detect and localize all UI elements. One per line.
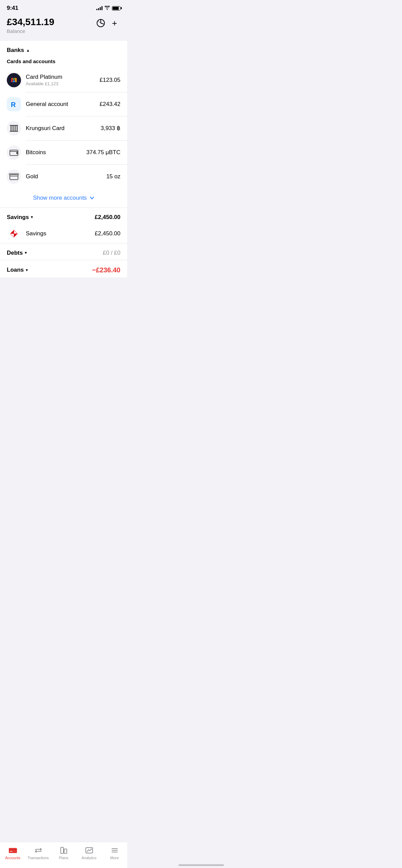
account-name: Bitcoins <box>26 149 81 156</box>
list-item[interactable]: Savings £2,450.00 <box>0 224 127 243</box>
signal-icon <box>96 6 102 10</box>
account-info: Krungsuri Card <box>26 125 96 132</box>
savings-title[interactable]: Savings <box>7 214 33 221</box>
list-item[interactable]: M Card Platinum Available £1,123 £123.05 <box>0 68 127 92</box>
account-name: Krungsuri Card <box>26 125 96 132</box>
savings-amount: £2,450.00 <box>95 214 120 221</box>
account-name: Gold <box>26 173 101 180</box>
battery-icon <box>112 6 120 11</box>
svg-rect-22 <box>7 169 21 184</box>
main-content: Banks Cards and accounts M <box>0 41 127 311</box>
status-bar: 9:41 <box>0 0 127 14</box>
svg-rect-6 <box>16 78 17 82</box>
status-time: 9:41 <box>7 5 18 12</box>
list-item[interactable]: Bitcoins 374.75 μBTC <box>0 141 127 164</box>
banks-chevron <box>26 48 30 52</box>
monzo-icon: M <box>9 75 19 85</box>
svg-rect-17 <box>17 126 18 131</box>
savings-header: Savings £2,450.00 <box>0 208 127 224</box>
svg-rect-12 <box>10 131 18 132</box>
account-info: Card Platinum Available £1,123 <box>26 74 95 86</box>
wallet-icon-wrap <box>7 145 21 160</box>
account-balance: £123.05 <box>100 77 120 84</box>
savings-chevron <box>31 215 33 219</box>
show-more-label: Show more accounts <box>33 195 87 201</box>
svg-rect-15 <box>13 126 14 131</box>
loans-chevron <box>26 268 28 272</box>
svg-rect-11 <box>7 121 21 135</box>
banks-header: Banks <box>0 41 127 57</box>
debts-chevron <box>25 251 27 255</box>
account-balance: 374.75 μBTC <box>86 149 120 156</box>
svg-rect-5 <box>11 78 13 82</box>
banks-title[interactable]: Banks <box>7 47 30 54</box>
account-balance: 15 oz <box>106 173 120 180</box>
cards-accounts-label: Cards and accounts <box>0 57 127 68</box>
wallet-icon <box>7 145 21 160</box>
loans-title[interactable]: Loans <box>7 267 28 273</box>
debts-amount: £0 / £0 <box>103 250 120 256</box>
plus-icon: + <box>112 19 120 28</box>
chevron-down-icon <box>90 196 94 200</box>
account-info: General account <box>26 101 95 108</box>
svg-rect-21 <box>16 152 18 154</box>
list-item[interactable]: Gold 15 oz <box>0 165 127 188</box>
svg-rect-13 <box>10 125 18 126</box>
list-item[interactable]: Krungsuri Card 3,933 ฿ <box>0 116 127 140</box>
account-sub: Available £1,123 <box>26 81 95 86</box>
list-item[interactable]: R General account £243.42 <box>0 92 127 116</box>
svg-rect-18 <box>7 145 21 160</box>
banks-section: Banks Cards and accounts M <box>0 41 127 277</box>
hsbc-logo <box>7 229 21 238</box>
balance-section: £34,511.19 Balance <box>7 17 54 34</box>
wallet2-icon-wrap <box>7 169 21 184</box>
status-icons <box>96 5 120 11</box>
loans-header: Loans −£236.40 <box>0 260 127 277</box>
account-balance: 3,933 ฿ <box>101 125 120 132</box>
debts-title[interactable]: Debts <box>7 250 27 256</box>
header: £34,511.19 Balance + <box>0 14 127 41</box>
revolut-icon: R <box>9 100 19 109</box>
balance-label: Balance <box>7 28 54 34</box>
hsbc-icon <box>7 228 21 239</box>
wallet2-icon <box>7 169 21 184</box>
bank-icon <box>7 121 21 135</box>
svg-text:+: + <box>112 19 117 28</box>
wifi-icon <box>104 5 110 11</box>
monzo-logo: M <box>7 73 21 87</box>
loans-amount: −£236.40 <box>92 266 120 274</box>
add-button[interactable]: + <box>112 19 120 29</box>
account-name: General account <box>26 101 95 108</box>
account-name: Card Platinum <box>26 74 95 80</box>
account-balance: £2,450.00 <box>95 230 120 237</box>
chart-button[interactable] <box>96 18 106 29</box>
header-actions: + <box>96 17 120 29</box>
balance-amount: £34,511.19 <box>7 17 54 28</box>
account-info: Gold <box>26 173 101 180</box>
svg-rect-16 <box>15 126 16 131</box>
svg-rect-20 <box>10 151 18 152</box>
account-info: Savings <box>26 230 90 237</box>
account-info: Bitcoins <box>26 149 81 156</box>
account-name: Savings <box>26 230 90 237</box>
chart-icon <box>96 18 106 28</box>
svg-text:R: R <box>11 101 16 108</box>
show-more-accounts-button[interactable]: Show more accounts <box>0 188 127 207</box>
debts-header: Debts £0 / £0 <box>0 243 127 260</box>
account-balance: £243.42 <box>100 101 120 108</box>
bank-icon-wrap <box>7 121 21 135</box>
svg-rect-14 <box>11 126 12 131</box>
revolut-logo: R <box>7 97 21 111</box>
